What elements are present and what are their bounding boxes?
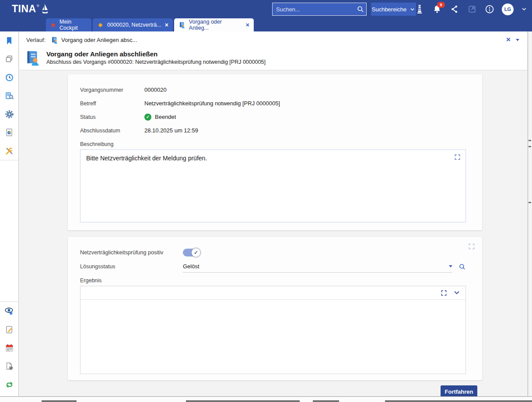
task-icon bbox=[178, 21, 186, 28]
field-value: Netzverträglichkeitsprüfung notwendig [P… bbox=[144, 100, 280, 107]
notifications-bell-icon[interactable]: 9 bbox=[432, 4, 442, 14]
field-row-toggle: Netzverträglichkeitsprüfung positiv ✓ bbox=[80, 246, 466, 260]
app-logo-text: TINA bbox=[12, 3, 36, 14]
share-icon[interactable] bbox=[449, 4, 460, 14]
app-logo[interactable]: TINA ® bbox=[12, 3, 50, 15]
chevron-down-icon[interactable] bbox=[453, 289, 460, 296]
tag-icon bbox=[97, 22, 104, 28]
document-settings-icon[interactable] bbox=[0, 357, 18, 375]
positive-toggle[interactable]: ✓ bbox=[183, 249, 199, 256]
copy-windows-icon[interactable] bbox=[0, 50, 18, 68]
search-input[interactable] bbox=[273, 6, 357, 13]
history-item[interactable]: Vorgang oder Anliegen absc... bbox=[51, 36, 137, 44]
top-icon-group: 9 bbox=[414, 0, 528, 18]
notification-badge: 9 bbox=[437, 2, 445, 8]
field-value: 0000020 bbox=[144, 87, 167, 93]
tab-mein-cockpit[interactable]: Mein Cockpit bbox=[46, 18, 91, 31]
description-field[interactable]: Bitte Netzverträglichkeit der Meldung pr… bbox=[80, 149, 466, 222]
search-areas-dropdown[interactable]: Suchbereiche bbox=[371, 3, 416, 16]
tools-icon[interactable] bbox=[0, 142, 18, 160]
tab-ticket[interactable]: 0000020, Netzverträ... × bbox=[93, 18, 173, 31]
status-badge: Beendet bbox=[155, 114, 176, 120]
lighthouse-icon[interactable] bbox=[414, 4, 425, 14]
clipboard-edit-icon[interactable] bbox=[0, 320, 18, 339]
history-item-label: Vorgang oder Anliegen absc... bbox=[61, 37, 137, 43]
page-title: Vorgang oder Anliegen abschließen bbox=[46, 50, 266, 59]
field-label: Lösungsstatus bbox=[80, 263, 183, 270]
field-label: Betreff bbox=[80, 100, 144, 107]
external-link-icon[interactable] bbox=[467, 4, 477, 14]
history-label: Verlauf: bbox=[26, 37, 46, 43]
left-sidebar bbox=[0, 31, 19, 396]
user-menu-chevron-icon[interactable] bbox=[521, 4, 528, 14]
field-row-status: Status ✓ Beendet bbox=[80, 110, 466, 124]
expand-icon[interactable] bbox=[454, 154, 461, 160]
form-card: Netzverträglichkeitsprüfung positiv ✓ Lö… bbox=[68, 237, 482, 380]
task-header: Vorgang oder Anliegen abschließen Abschl… bbox=[19, 48, 527, 70]
field-value: 28.10.2025 um 12:59 bbox=[144, 127, 198, 134]
history-menu-caret-icon[interactable] bbox=[516, 39, 519, 41]
history-icon[interactable] bbox=[0, 68, 18, 87]
field-row-loesungsstatus: Lösungsstatus Gelöst bbox=[80, 260, 466, 274]
history-bar: Verlauf: Vorgang oder Anliegen absc... × bbox=[19, 31, 527, 48]
field-label: Vorgangsnummer bbox=[80, 87, 144, 93]
expand-icon[interactable] bbox=[468, 243, 475, 250]
app-window: TINA ® Suchbereiche bbox=[0, 0, 532, 402]
history-close-icon[interactable]: × bbox=[506, 36, 511, 43]
tab-close-icon[interactable]: × bbox=[165, 22, 168, 28]
combo-caret-icon[interactable] bbox=[449, 265, 452, 267]
details-card: Vorgangsnummer 0000020 Betreff Netzvertr… bbox=[68, 74, 482, 230]
field-label: Status bbox=[80, 114, 144, 120]
tab-bar: Mein Cockpit 0000020, Netzverträ... × Vo… bbox=[0, 18, 532, 31]
value-help-search-icon[interactable] bbox=[458, 263, 466, 270]
field-row-vorgangsnummer: Vorgangsnummer 0000020 bbox=[80, 83, 466, 97]
report-chart-icon[interactable] bbox=[0, 123, 18, 142]
task-icon bbox=[24, 49, 41, 66]
calendar-icon[interactable] bbox=[0, 339, 18, 357]
combo-value: Gelöst bbox=[183, 263, 449, 270]
tab-label: Mein Cockpit bbox=[60, 19, 87, 31]
process-gear-icon[interactable] bbox=[0, 105, 18, 123]
result-label: Ergebnis bbox=[80, 277, 466, 284]
solution-status-combo[interactable]: Gelöst bbox=[183, 260, 452, 273]
field-row-betreff: Betreff Netzverträglichkeitsprüfung notw… bbox=[80, 97, 466, 110]
global-search bbox=[272, 3, 367, 16]
search-icon[interactable] bbox=[357, 5, 364, 13]
main-area: Verlauf: Vorgang oder Anliegen absc... ×… bbox=[19, 31, 527, 396]
status-check-icon: ✓ bbox=[144, 114, 151, 121]
result-editor[interactable] bbox=[80, 286, 466, 374]
tab-label: Vorgang oder Anlieg... bbox=[189, 19, 242, 31]
top-bar: TINA ® Suchbereiche bbox=[0, 0, 532, 18]
bookmark-icon[interactable] bbox=[0, 31, 18, 50]
task-icon bbox=[51, 36, 58, 44]
content-area: Vorgangsnummer 0000020 Betreff Netzvertr… bbox=[19, 70, 527, 396]
more-info-icon[interactable] bbox=[484, 4, 495, 14]
user-avatar[interactable]: LG bbox=[502, 3, 514, 15]
toggle-check-icon: ✓ bbox=[191, 248, 201, 257]
tab-label: 0000020, Netzverträ... bbox=[107, 22, 161, 28]
background-window-sliver-right bbox=[528, 31, 532, 396]
field-label: Abschlussdatum bbox=[80, 128, 144, 134]
page-subtitle: Abschluss des Vorgangs #0000020: Netzver… bbox=[46, 59, 266, 66]
result-editor-body[interactable] bbox=[80, 300, 466, 307]
sync-arrows-icon[interactable] bbox=[0, 375, 18, 394]
expand-icon[interactable] bbox=[441, 290, 447, 296]
tab-task-active[interactable]: Vorgang oder Anlieg... × bbox=[174, 18, 254, 31]
app-logo-reg: ® bbox=[37, 4, 39, 8]
field-label: Netzverträglichkeitsprüfung positiv bbox=[80, 250, 183, 256]
field-row-abschlussdatum: Abschlussdatum 28.10.2025 um 12:59 bbox=[80, 124, 466, 137]
description-text: Bitte Netzverträglichkeit der Meldung pr… bbox=[86, 155, 207, 162]
watch-favorite-icon[interactable] bbox=[0, 302, 18, 320]
result-editor-toolbar bbox=[80, 286, 466, 300]
sailboat-icon bbox=[40, 3, 50, 15]
search-areas-label: Suchbereiche bbox=[372, 6, 407, 13]
background-window-sliver-bottom bbox=[0, 396, 532, 402]
search-records-icon[interactable] bbox=[0, 87, 18, 105]
tab-close-icon[interactable]: × bbox=[246, 22, 249, 28]
home-icon bbox=[50, 22, 56, 28]
description-label: Beschreibung bbox=[80, 141, 466, 147]
